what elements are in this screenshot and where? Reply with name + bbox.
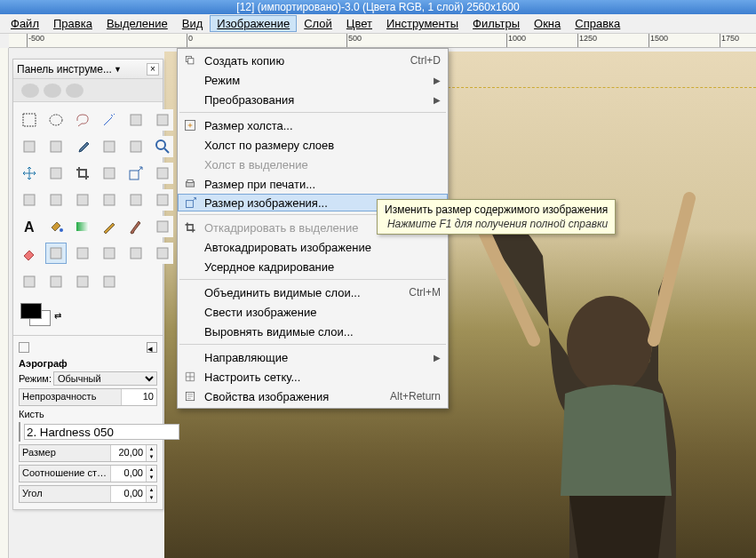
menu-edit[interactable]: Правка: [46, 15, 99, 32]
tool-wand[interactable]: [99, 109, 120, 131]
angle-field[interactable]: Угол 0,00 ▲▼: [19, 485, 157, 503]
ruler-tick: 1750: [720, 34, 739, 48]
menu-file[interactable]: Файл: [4, 15, 46, 32]
tool-bucket[interactable]: [45, 216, 67, 237]
tool-tool-x[interactable]: [99, 271, 120, 292]
menu-item-label: Объединить видимые слои...: [204, 286, 361, 299]
menu-image[interactable]: Изображение: [210, 15, 297, 32]
tool-airbrush[interactable]: [45, 243, 67, 264]
size-up-icon[interactable]: ▲: [146, 445, 156, 453]
tool-pencil[interactable]: [99, 216, 120, 237]
menu-item[interactable]: Преобразования▶: [178, 90, 448, 109]
tool-perspective[interactable]: [19, 189, 40, 211]
menu-windows[interactable]: Окна: [527, 15, 568, 32]
menu-item[interactable]: Создать копиюCtrl+D: [178, 51, 448, 70]
menu-item[interactable]: Усердное кадрирование: [178, 257, 448, 276]
tool-eraser[interactable]: [19, 243, 40, 264]
menu-tools[interactable]: Инструменты: [379, 15, 466, 32]
tool-flip[interactable]: [45, 189, 67, 211]
menu-item[interactable]: Свести изображение: [178, 302, 448, 322]
menu-item-label: Режим: [204, 74, 240, 87]
svg-rect-31: [157, 248, 168, 259]
menu-shortcut: Ctrl+D: [410, 54, 441, 67]
svg-rect-40: [187, 179, 193, 182]
tool-color-select[interactable]: [125, 109, 147, 131]
toolbox-menu-arrow[interactable]: ▼: [114, 65, 122, 74]
menu-layer[interactable]: Слой: [297, 15, 339, 32]
print-size-icon: [183, 177, 197, 191]
tool-move[interactable]: [19, 163, 40, 184]
svg-point-24: [60, 228, 63, 232]
tool-smudge[interactable]: [152, 243, 173, 264]
menu-filters[interactable]: Фильтры: [466, 15, 527, 32]
tool-measure[interactable]: [125, 136, 147, 157]
swap-colors-icon[interactable]: ⇄: [54, 311, 61, 321]
menu-item[interactable]: Режим▶: [178, 70, 448, 90]
tool-paths[interactable]: [45, 136, 67, 157]
tool-scissors[interactable]: [152, 109, 173, 131]
tool-align[interactable]: [45, 163, 67, 184]
menu-item[interactable]: Автокадрировать изображение: [178, 237, 448, 257]
mode-select[interactable]: Обычный: [53, 371, 157, 386]
menu-item[interactable]: Свойства изображенияAlt+Return: [178, 387, 448, 406]
tool-rect-select[interactable]: [19, 109, 40, 131]
tool-ellipse-select[interactable]: [45, 109, 67, 131]
tool-text[interactable]: A: [19, 216, 40, 237]
svg-rect-35: [104, 276, 115, 287]
tool-handle[interactable]: [152, 189, 173, 211]
tool-eyedropper[interactable]: [72, 136, 93, 157]
horizontal-ruler: -500 0 500 1000 1250 1500 1750: [9, 34, 756, 48]
brush-preview[interactable]: [19, 422, 20, 442]
menu-separator: [179, 344, 446, 345]
tool-cage[interactable]: [99, 189, 120, 211]
menu-select[interactable]: Выделение: [99, 15, 175, 32]
brush-name-input[interactable]: [24, 424, 179, 440]
menu-item[interactable]: Размер холста...: [178, 116, 448, 135]
menu-item[interactable]: Объединить видимые слои...Ctrl+M: [178, 283, 448, 302]
menu-item[interactable]: Размер при печати...: [178, 174, 448, 194]
tool-color-picker[interactable]: [99, 136, 120, 157]
tool-dodge[interactable]: [45, 271, 67, 292]
tool-rotate[interactable]: [99, 163, 120, 184]
menu-item[interactable]: Выровнять видимые слои...: [178, 322, 448, 341]
tool-zoom[interactable]: [152, 136, 173, 157]
tool-crop[interactable]: [72, 163, 93, 184]
menu-view[interactable]: Вид: [175, 15, 211, 32]
color-swatches[interactable]: [20, 303, 51, 328]
tool-paintbrush[interactable]: [152, 216, 173, 237]
tool-shear[interactable]: [152, 163, 173, 184]
fg-color-swatch[interactable]: [20, 303, 42, 319]
opacity-slider[interactable]: Непрозрачность 10: [19, 388, 157, 406]
tool-heal[interactable]: [125, 243, 147, 264]
menu-item[interactable]: Холст по размеру слоев: [178, 135, 448, 155]
tool-scale[interactable]: [125, 163, 147, 184]
toolbox-close-button[interactable]: ×: [147, 63, 159, 76]
submenu-arrow-icon: ▶: [434, 76, 441, 85]
tool-options-collapse-icon[interactable]: ◂: [147, 342, 157, 353]
svg-rect-27: [51, 248, 61, 259]
tool-warp[interactable]: [72, 189, 93, 211]
size-field[interactable]: Размер 20,00 ▲▼: [19, 444, 157, 462]
submenu-arrow-icon: ▶: [434, 353, 441, 363]
size-down-icon[interactable]: ▼: [146, 453, 156, 461]
menu-item-label: Автокадрировать изображение: [204, 241, 371, 254]
menu-item-label: Холст по размеру слоев: [204, 139, 334, 152]
tool-lasso[interactable]: [72, 109, 93, 131]
aspect-field[interactable]: Соотношение сто... 0,00 ▲▼: [19, 465, 157, 482]
tool-transform[interactable]: [125, 189, 147, 211]
svg-point-5: [50, 115, 62, 125]
tool-brush[interactable]: [125, 216, 147, 237]
menu-item-label: Направляющие: [204, 351, 288, 364]
tool-blur[interactable]: [19, 271, 40, 292]
submenu-arrow-icon: ▶: [434, 95, 441, 105]
tool-perspective-clone[interactable]: [72, 271, 93, 292]
tool-options-icon[interactable]: [19, 342, 29, 353]
menu-item[interactable]: Настроить сетку...: [178, 367, 448, 387]
menu-color[interactable]: Цвет: [339, 15, 379, 32]
tool-ink[interactable]: [72, 243, 93, 264]
tool-foreground-select[interactable]: [19, 136, 40, 157]
menu-help[interactable]: Справка: [568, 15, 627, 32]
tool-clone[interactable]: [99, 243, 120, 264]
menu-item[interactable]: Направляющие▶: [178, 347, 448, 367]
tool-gradient[interactable]: [72, 216, 93, 237]
